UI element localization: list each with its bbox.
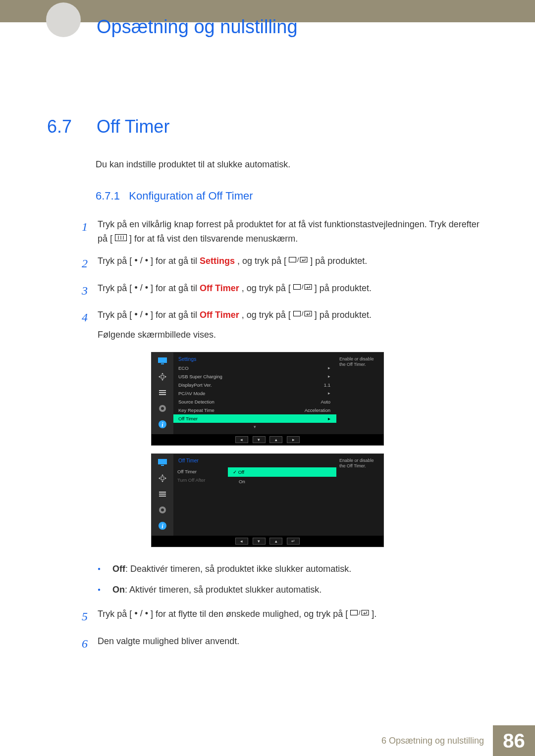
label: PC/AV Mode	[178, 391, 205, 396]
subsection-number: 6.7.1	[96, 190, 120, 202]
osd-nav-bar: ◂ ▾ ▴ ▸	[152, 434, 383, 445]
text: ] for at gå til	[151, 256, 200, 266]
list-icon	[157, 490, 168, 499]
text: : Aktivér timeren, så produktet slukker …	[125, 585, 321, 595]
osd-option-on: On	[228, 477, 336, 486]
osd-row-source: Source DetectionAuto	[173, 398, 336, 406]
label: Off	[238, 469, 245, 475]
text: ] for at få vist den tilsvarende menuskæ…	[129, 234, 298, 244]
nav-left-icon: ◂	[235, 538, 248, 545]
osd-sidebar: i	[152, 353, 173, 434]
svg-rect-33	[351, 610, 358, 615]
step-number: 2	[82, 254, 98, 273]
text: Følgende skærmbillede vises.	[98, 328, 488, 342]
osd-submenu: Off Timer Turn Off After	[173, 465, 228, 486]
text: ] for at gå til	[151, 283, 200, 293]
step-body: Den valgte mulighed bliver anvendt.	[98, 634, 488, 653]
svg-rect-9	[305, 284, 312, 289]
list-icon	[157, 388, 168, 397]
monitor-icon	[157, 458, 168, 467]
text: Tryk på [	[98, 609, 132, 619]
settings-label: Settings	[200, 256, 235, 266]
svg-text:/: /	[302, 310, 304, 317]
text: , og tryk på [	[242, 283, 291, 293]
off-timer-label: Off Timer	[200, 283, 239, 293]
osd-title: Off Timer	[173, 458, 336, 465]
nav-down-icon: ▾	[253, 538, 266, 545]
section-number: 6.7	[47, 116, 94, 137]
nav-up-icon: ▴	[269, 436, 282, 443]
footer-chapter: 6 Opsætning og nulstilling	[381, 736, 493, 746]
svg-text:/: /	[359, 609, 361, 616]
step-number: 1	[82, 217, 98, 246]
select-enter-icon: /	[293, 307, 312, 322]
step-6: 6 Den valgte mulighed bliver anvendt.	[82, 634, 488, 653]
menu-icon	[115, 231, 127, 246]
page-content: 6.7 Off Timer Du kan indstille produktet…	[0, 22, 535, 653]
chevron-right-icon: ▸	[328, 416, 330, 421]
dot-slash-dot-icon: • / •	[134, 253, 148, 268]
bullet-icon: ●	[98, 562, 112, 576]
section-heading: 6.7 Off Timer	[47, 116, 488, 137]
osd-row-offtimer-selected: Off Timer▸	[173, 414, 336, 423]
nav-enter-icon: ↵	[287, 538, 300, 545]
text: Tryk på [	[98, 310, 132, 320]
step-number: 3	[82, 281, 98, 300]
nav-down-icon: ▾	[253, 436, 266, 443]
step-list: 1 Tryk på en vilkårlig knap forrest på p…	[82, 217, 488, 342]
osd-row-keyrepeat: Key Repeat TimeAcceleration	[173, 406, 336, 414]
text: ] for at gå til	[151, 310, 200, 320]
osd-main: Settings ECO▸ USB Super Charging▸ Displa…	[173, 353, 336, 434]
text: Tryk på [	[98, 283, 132, 293]
chevron-right-icon: ▸	[328, 365, 330, 370]
nav-right-icon: ▸	[287, 436, 300, 443]
off-timer-label: Off Timer	[200, 310, 239, 320]
step-body: Tryk på [ • / • ] for at gå til Off Time…	[98, 308, 488, 342]
text: ] for at flytte til den ønskede mulighed…	[151, 609, 348, 619]
nav-up-icon: ▴	[269, 538, 282, 545]
osd-option-off-selected: ✓ Off	[228, 467, 336, 477]
osd-sub-offtimer: Off Timer	[173, 467, 228, 476]
chapter-badge-circle	[46, 2, 81, 37]
osd-row-usb: USB Super Charging▸	[173, 372, 336, 381]
step-2: 2 Tryk på [ • / • ] for at gå til Settin…	[82, 254, 488, 273]
svg-rect-15	[161, 375, 164, 378]
label: Off Timer	[178, 416, 198, 421]
step-number: 4	[82, 308, 98, 342]
step-1: 1 Tryk på en vilkårlig knap forrest på p…	[82, 217, 488, 246]
osd-sidebar: i	[152, 454, 173, 536]
move-icon	[157, 474, 168, 483]
step-body: Tryk på [ • / • ] for at gå til Off Time…	[98, 281, 488, 300]
chevron-right-icon: ▸	[328, 391, 330, 396]
osd-settings: i Settings ECO▸ USB Super Charging▸ Disp…	[151, 352, 384, 446]
text: ].	[372, 609, 376, 619]
chapter-title: Opsætning og nulstilling	[97, 16, 298, 38]
step-body: Tryk på [ • / • ] for at flytte til den …	[98, 607, 488, 626]
svg-rect-13	[158, 357, 167, 363]
svg-rect-24	[161, 465, 164, 466]
svg-rect-7	[293, 284, 300, 289]
osd-row-dp: DisplayPort Ver.1.1	[173, 381, 336, 389]
nav-left-icon: ◂	[235, 436, 248, 443]
osd-sub-turnoffafter: Turn Off After	[173, 476, 228, 484]
gear-icon	[157, 505, 168, 514]
svg-rect-12	[305, 311, 312, 316]
step-number: 5	[82, 607, 98, 626]
value: Acceleration	[305, 407, 330, 413]
step-number: 6	[82, 634, 98, 653]
select-enter-icon: /	[293, 281, 312, 295]
chevron-down-icon: ▾	[173, 423, 336, 431]
step-4: 4 Tryk på [ • / • ] for at gå til Off Ti…	[82, 308, 488, 342]
osd-main: Off Timer Off Timer Turn Off After ✓ Off…	[173, 454, 336, 536]
osd-offtimer: i Off Timer Off Timer Turn Off After ✓ O…	[151, 454, 384, 547]
osd-help: Enable or disable the Off Timer.	[336, 454, 383, 536]
dot-slash-dot-icon: • / •	[134, 307, 148, 322]
subsection-title: Konfiguration af Off Timer	[129, 190, 253, 202]
step-body: Tryk på [ • / • ] for at gå til Settings…	[98, 254, 488, 273]
bullet-off: ● Off: Deaktivér timeren, så produktet i…	[98, 562, 488, 576]
value: Auto	[321, 399, 330, 404]
step-body: Tryk på en vilkårlig knap forrest på pro…	[98, 217, 488, 246]
chevron-right-icon: ▸	[328, 374, 330, 379]
text: : Deaktivér timeren, så produktet ikke s…	[125, 564, 351, 574]
label: ECO	[178, 365, 189, 371]
